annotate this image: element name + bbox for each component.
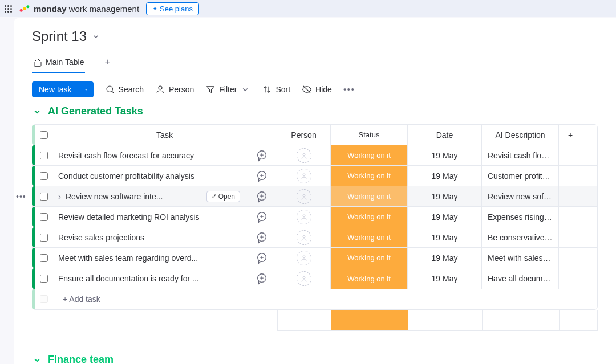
hide-icon (302, 84, 312, 95)
row-checkbox[interactable] (35, 166, 52, 186)
task-name[interactable]: Revisit cash flow forecast for accuracy (58, 151, 240, 160)
cell-status[interactable]: Working on it (331, 227, 408, 247)
cell-task[interactable]: Meet with sales team regarding overd... (52, 248, 246, 268)
conversation-button[interactable] (246, 227, 277, 247)
task-name[interactable]: Review detailed marketing ROI analysis (58, 212, 240, 222)
apps-grid-icon[interactable] (5, 5, 12, 13)
cell-status[interactable]: Working on it (331, 207, 408, 227)
cell-aidesc[interactable]: Customer profitabil... (482, 166, 559, 186)
row-checkbox[interactable] (35, 268, 52, 289)
cell-date[interactable]: 19 May (408, 207, 482, 227)
table-row[interactable]: Meet with sales team regarding overd...W… (32, 248, 597, 268)
table-row[interactable]: Revisit cash flow forecast for accuracyW… (32, 145, 597, 166)
new-task-button[interactable]: New task (32, 81, 79, 97)
svg-point-4 (159, 86, 162, 89)
add-column-button[interactable]: + (559, 125, 582, 145)
cell-aidesc[interactable]: Expenses rising - n... (482, 207, 559, 227)
summary-row (277, 310, 598, 331)
row-checkbox[interactable] (35, 207, 52, 227)
cell-person[interactable] (277, 268, 331, 289)
col-status[interactable]: Status (331, 125, 408, 145)
cell-person[interactable] (277, 207, 331, 227)
group-ai-header[interactable]: AI Generated Tasks (32, 105, 598, 117)
empty-avatar-icon (297, 169, 311, 183)
tab-add-button[interactable]: + (103, 52, 111, 73)
cell-task[interactable]: Review detailed marketing ROI analysis (52, 207, 246, 227)
tab-main-table[interactable]: Main Table (32, 53, 85, 73)
cell-task[interactable]: Ensure all documentation is ready for ..… (52, 268, 246, 289)
cell-date[interactable]: 19 May (408, 227, 482, 247)
cell-task[interactable]: Revise sales projections (52, 227, 246, 247)
board-title[interactable]: Sprint 13 (32, 28, 598, 44)
row-menu-icon[interactable]: ••• (16, 192, 26, 201)
cell-task[interactable]: Revisit cash flow forecast for accuracy (52, 145, 246, 165)
col-task[interactable]: Task (52, 125, 277, 145)
task-name[interactable]: Review new software inte... (66, 192, 203, 201)
cell-status[interactable]: Working on it (331, 166, 408, 186)
cell-person[interactable] (277, 166, 331, 186)
expand-subitems-icon[interactable]: › (58, 191, 61, 201)
sort-tool[interactable]: Sort (262, 84, 290, 95)
conversation-button[interactable] (246, 145, 277, 165)
group-ai-tasks: AI Generated Tasks Task Person Status Da… (14, 105, 616, 354)
group-finance: Finance team Task Person Status Date AI … (14, 354, 616, 364)
cell-aidesc[interactable]: Have all document... (482, 268, 559, 289)
group-finance-header[interactable]: Finance team (32, 354, 598, 364)
open-item-button[interactable]: ⤢ Open (206, 191, 240, 202)
topbar: monday work management See plans (0, 0, 616, 17)
svg-point-0 (20, 9, 23, 12)
col-aidesc[interactable]: AI Description (482, 125, 559, 145)
more-menu[interactable]: ••• (343, 85, 355, 94)
cell-person[interactable] (277, 227, 331, 247)
table-row[interactable]: Revise sales projectionsWorking on it19 … (32, 227, 597, 248)
col-date[interactable]: Date (408, 125, 482, 145)
hide-tool[interactable]: Hide (302, 84, 332, 95)
tabs: Main Table + (32, 52, 598, 73)
cell-date[interactable]: 19 May (408, 145, 482, 165)
cell-status[interactable]: Working on it (331, 268, 408, 289)
cell-status[interactable]: Working on it (331, 248, 408, 268)
row-checkbox[interactable] (35, 227, 52, 247)
task-name[interactable]: Meet with sales team regarding overd... (58, 253, 240, 263)
cell-aidesc[interactable]: Revisit cash flow fo... (482, 145, 559, 165)
add-task-row[interactable]: + Add task (32, 289, 597, 309)
see-plans-button[interactable]: See plans (146, 2, 199, 15)
chevron-down-icon (91, 32, 100, 41)
cell-aidesc[interactable]: Be conservative, re... (482, 227, 559, 247)
conversation-button[interactable] (246, 166, 277, 186)
cell-date[interactable]: 19 May (408, 248, 482, 268)
cell-person[interactable] (277, 186, 331, 206)
table-row[interactable]: Review detailed marketing ROI analysisWo… (32, 207, 597, 227)
table-row[interactable]: •••›Review new software inte...⤢ OpenWor… (32, 186, 597, 207)
row-checkbox[interactable] (35, 186, 52, 206)
cell-person[interactable] (277, 248, 331, 268)
row-checkbox[interactable] (35, 248, 52, 268)
task-name[interactable]: Ensure all documentation is ready for ..… (58, 274, 240, 283)
person-tool[interactable]: Person (155, 84, 194, 95)
conversation-button[interactable] (246, 186, 277, 206)
cell-status[interactable]: Working on it (331, 145, 408, 165)
cell-status[interactable]: Working on it (331, 186, 408, 206)
row-checkbox[interactable] (35, 145, 52, 165)
cell-date[interactable]: 19 May (408, 268, 482, 289)
search-tool[interactable]: Search (105, 84, 144, 95)
filter-tool[interactable]: Filter (205, 84, 250, 95)
cell-aidesc[interactable]: Review new softwa... (482, 186, 559, 206)
cell-date[interactable]: 19 May (408, 186, 482, 206)
cell-aidesc[interactable]: Meet with sales tea... (482, 248, 559, 268)
col-person[interactable]: Person (277, 125, 331, 145)
conversation-button[interactable] (246, 268, 277, 289)
cell-task[interactable]: ›Review new software inte...⤢ Open (52, 186, 246, 206)
select-all-checkbox[interactable] (35, 125, 52, 145)
cell-task[interactable]: Conduct customer profitability analysis (52, 166, 246, 186)
cell-date[interactable]: 19 May (408, 166, 482, 186)
cell-person[interactable] (277, 145, 331, 165)
task-name[interactable]: Revise sales projections (58, 233, 240, 242)
table-row[interactable]: Ensure all documentation is ready for ..… (32, 268, 597, 289)
conversation-button[interactable] (246, 207, 277, 227)
task-name[interactable]: Conduct customer profitability analysis (58, 171, 240, 181)
new-task-dropdown[interactable] (79, 81, 94, 97)
conversation-button[interactable] (246, 248, 277, 268)
table-row[interactable]: Conduct customer profitability analysisW… (32, 166, 597, 186)
brand[interactable]: monday work management (19, 3, 139, 14)
